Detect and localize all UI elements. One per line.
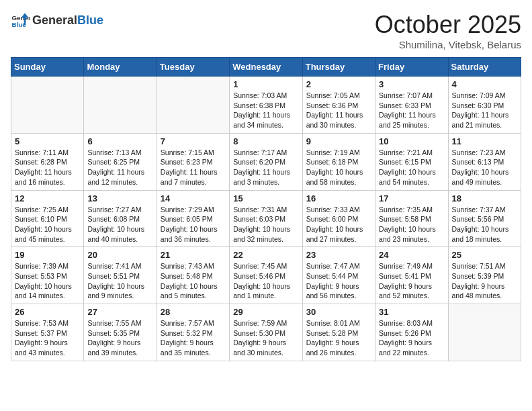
calendar-cell [11,77,84,134]
calendar-cell: 21Sunrise: 7:43 AMSunset: 5:48 PMDayligh… [157,247,229,304]
calendar-cell: 15Sunrise: 7:31 AMSunset: 6:03 PMDayligh… [230,190,302,247]
cell-content: Sunrise: 7:43 AMSunset: 5:48 PMDaylight:… [161,261,226,301]
day-number: 2 [306,79,371,89]
day-number: 14 [161,193,226,203]
cell-content: Sunrise: 7:51 AMSunset: 5:39 PMDaylight:… [452,261,517,301]
day-header-sunday: Sunday [11,58,84,77]
calendar-cell: 19Sunrise: 7:39 AMSunset: 5:53 PMDayligh… [11,247,84,304]
day-number: 13 [87,193,152,203]
header: General Blue General Blue October 2025 S… [11,11,521,50]
logo-icon: General Blue [11,11,30,30]
cell-content: Sunrise: 7:17 AMSunset: 6:20 PMDaylight:… [233,148,298,187]
calendar-cell: 7Sunrise: 7:15 AMSunset: 6:23 PMDaylight… [157,133,229,190]
subtitle: Shumilina, Vitebsk, Belarus [375,39,521,50]
day-number: 6 [87,136,152,146]
day-number: 30 [306,307,371,317]
calendar-cell [157,77,229,134]
calendar-cell: 3Sunrise: 7:07 AMSunset: 6:33 PMDaylight… [375,77,448,134]
calendar-cell [448,304,521,361]
cell-content: Sunrise: 7:29 AMSunset: 6:05 PMDaylight:… [161,205,226,244]
cell-content: Sunrise: 7:37 AMSunset: 5:56 PMDaylight:… [452,205,517,244]
cell-content: Sunrise: 7:19 AMSunset: 6:18 PMDaylight:… [306,148,371,187]
day-number: 8 [233,136,298,146]
calendar-cell: 27Sunrise: 7:55 AMSunset: 5:35 PMDayligh… [84,304,157,361]
cell-content: Sunrise: 7:11 AMSunset: 6:28 PMDaylight:… [15,148,80,187]
day-number: 7 [161,136,226,146]
logo-general-text: General [32,13,77,28]
day-number: 18 [452,193,517,203]
calendar-cell: 29Sunrise: 7:59 AMSunset: 5:30 PMDayligh… [230,304,302,361]
cell-content: Sunrise: 7:31 AMSunset: 6:03 PMDaylight:… [233,205,298,244]
day-header-saturday: Saturday [448,58,521,77]
calendar-cell: 1Sunrise: 7:03 AMSunset: 6:38 PMDaylight… [230,77,302,134]
month-title: October 2025 [375,11,521,39]
calendar-cell: 11Sunrise: 7:23 AMSunset: 6:13 PMDayligh… [448,133,521,190]
calendar-cell: 17Sunrise: 7:35 AMSunset: 5:58 PMDayligh… [375,190,448,247]
day-number: 20 [87,250,152,260]
cell-content: Sunrise: 7:27 AMSunset: 6:08 PMDaylight:… [87,205,152,244]
calendar-cell: 8Sunrise: 7:17 AMSunset: 6:20 PMDaylight… [230,133,302,190]
day-number: 3 [379,79,444,89]
cell-content: Sunrise: 8:03 AMSunset: 5:26 PMDaylight:… [379,318,444,358]
calendar-cell: 5Sunrise: 7:11 AMSunset: 6:28 PMDaylight… [11,133,84,190]
week-row-5: 26Sunrise: 7:53 AMSunset: 5:37 PMDayligh… [11,304,521,361]
day-number: 31 [379,307,444,317]
calendar-cell: 30Sunrise: 8:01 AMSunset: 5:28 PMDayligh… [302,304,375,361]
cell-content: Sunrise: 8:01 AMSunset: 5:28 PMDaylight:… [306,318,371,358]
day-number: 4 [452,79,517,89]
day-number: 26 [15,307,80,317]
day-number: 24 [379,250,444,260]
calendar-cell: 22Sunrise: 7:45 AMSunset: 5:46 PMDayligh… [230,247,302,304]
calendar-cell: 4Sunrise: 7:09 AMSunset: 6:30 PMDaylight… [448,77,521,134]
calendar-cell: 2Sunrise: 7:05 AMSunset: 6:36 PMDaylight… [302,77,375,134]
cell-content: Sunrise: 7:23 AMSunset: 6:13 PMDaylight:… [452,148,517,187]
calendar-cell: 10Sunrise: 7:21 AMSunset: 6:15 PMDayligh… [375,133,448,190]
day-header-wednesday: Wednesday [230,58,302,77]
day-number: 21 [161,250,226,260]
cell-content: Sunrise: 7:53 AMSunset: 5:37 PMDaylight:… [15,318,80,358]
title-area: October 2025 Shumilina, Vitebsk, Belarus [375,11,521,50]
cell-content: Sunrise: 7:15 AMSunset: 6:23 PMDaylight:… [161,148,226,187]
calendar-cell [84,77,157,134]
day-number: 22 [233,250,298,260]
day-header-monday: Monday [84,58,157,77]
days-header-row: SundayMondayTuesdayWednesdayThursdayFrid… [11,58,521,77]
day-number: 5 [15,136,80,146]
cell-content: Sunrise: 7:03 AMSunset: 6:38 PMDaylight:… [233,91,298,130]
calendar-cell: 28Sunrise: 7:57 AMSunset: 5:32 PMDayligh… [157,304,229,361]
cell-content: Sunrise: 7:21 AMSunset: 6:15 PMDaylight:… [379,148,444,187]
week-row-2: 5Sunrise: 7:11 AMSunset: 6:28 PMDaylight… [11,133,521,190]
calendar-cell: 31Sunrise: 8:03 AMSunset: 5:26 PMDayligh… [375,304,448,361]
calendar-cell: 24Sunrise: 7:49 AMSunset: 5:41 PMDayligh… [375,247,448,304]
calendar-cell: 12Sunrise: 7:25 AMSunset: 6:10 PMDayligh… [11,190,84,247]
cell-content: Sunrise: 7:55 AMSunset: 5:35 PMDaylight:… [87,318,152,358]
day-number: 9 [306,136,371,146]
cell-content: Sunrise: 7:09 AMSunset: 6:30 PMDaylight:… [452,91,517,130]
day-number: 29 [233,307,298,317]
cell-content: Sunrise: 7:49 AMSunset: 5:41 PMDaylight:… [379,261,444,301]
week-row-4: 19Sunrise: 7:39 AMSunset: 5:53 PMDayligh… [11,247,521,304]
cell-content: Sunrise: 7:35 AMSunset: 5:58 PMDaylight:… [379,205,444,244]
calendar-cell: 26Sunrise: 7:53 AMSunset: 5:37 PMDayligh… [11,304,84,361]
day-number: 28 [161,307,226,317]
calendar-cell: 6Sunrise: 7:13 AMSunset: 6:25 PMDaylight… [84,133,157,190]
calendar-cell: 16Sunrise: 7:33 AMSunset: 6:00 PMDayligh… [302,190,375,247]
calendar-cell: 13Sunrise: 7:27 AMSunset: 6:08 PMDayligh… [84,190,157,247]
week-row-1: 1Sunrise: 7:03 AMSunset: 6:38 PMDaylight… [11,77,521,134]
cell-content: Sunrise: 7:57 AMSunset: 5:32 PMDaylight:… [161,318,226,358]
cell-content: Sunrise: 7:05 AMSunset: 6:36 PMDaylight:… [306,91,371,130]
day-header-tuesday: Tuesday [157,58,229,77]
cell-content: Sunrise: 7:25 AMSunset: 6:10 PMDaylight:… [15,205,80,244]
cell-content: Sunrise: 7:39 AMSunset: 5:53 PMDaylight:… [15,261,80,301]
cell-content: Sunrise: 7:41 AMSunset: 5:51 PMDaylight:… [87,261,152,301]
day-number: 15 [233,193,298,203]
logo: General Blue General Blue [11,11,103,30]
calendar-cell: 20Sunrise: 7:41 AMSunset: 5:51 PMDayligh… [84,247,157,304]
calendar-cell: 25Sunrise: 7:51 AMSunset: 5:39 PMDayligh… [448,247,521,304]
cell-content: Sunrise: 7:59 AMSunset: 5:30 PMDaylight:… [233,318,298,358]
day-number: 11 [452,136,517,146]
cell-content: Sunrise: 7:07 AMSunset: 6:33 PMDaylight:… [379,91,444,130]
calendar-cell: 9Sunrise: 7:19 AMSunset: 6:18 PMDaylight… [302,133,375,190]
cell-content: Sunrise: 7:47 AMSunset: 5:44 PMDaylight:… [306,261,371,301]
calendar-cell: 23Sunrise: 7:47 AMSunset: 5:44 PMDayligh… [302,247,375,304]
